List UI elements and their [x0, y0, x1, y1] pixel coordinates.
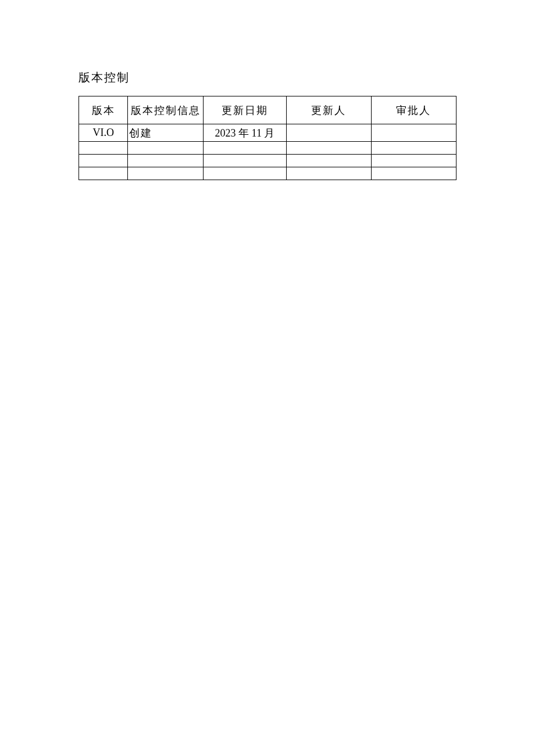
- table-row: [79, 167, 456, 180]
- cell-updater: [286, 155, 371, 167]
- cell-approver: [371, 124, 456, 142]
- table-header-row: 版本 版本控制信息 更新日期 更新人 审批人: [79, 96, 456, 124]
- cell-version: [79, 142, 128, 155]
- cell-updater: [286, 124, 371, 142]
- cell-updater: [286, 142, 371, 155]
- cell-version: [79, 167, 128, 180]
- version-table: 版本 版本控制信息 更新日期 更新人 审批人 VI.O 创建 2023 年 11…: [79, 96, 456, 180]
- cell-info: [128, 155, 204, 167]
- cell-version: VI.O: [79, 124, 128, 142]
- page-title: 版本控制: [79, 70, 456, 85]
- table-row: [79, 155, 456, 167]
- header-updater: 更新人: [286, 96, 371, 124]
- cell-date: 2023 年 11 月: [204, 124, 287, 142]
- cell-info: 创建: [128, 124, 204, 142]
- cell-info: [128, 142, 204, 155]
- table-row: [79, 142, 456, 155]
- header-date: 更新日期: [204, 96, 287, 124]
- cell-approver: [371, 155, 456, 167]
- cell-date: [204, 142, 287, 155]
- cell-version: [79, 155, 128, 167]
- cell-updater: [286, 167, 371, 180]
- cell-date: [204, 155, 287, 167]
- cell-approver: [371, 167, 456, 180]
- cell-date: [204, 167, 287, 180]
- cell-approver: [371, 142, 456, 155]
- cell-info: [128, 167, 204, 180]
- table-row: VI.O 创建 2023 年 11 月: [79, 124, 456, 142]
- header-approver: 审批人: [371, 96, 456, 124]
- header-info: 版本控制信息: [128, 96, 204, 124]
- header-version: 版本: [79, 96, 128, 124]
